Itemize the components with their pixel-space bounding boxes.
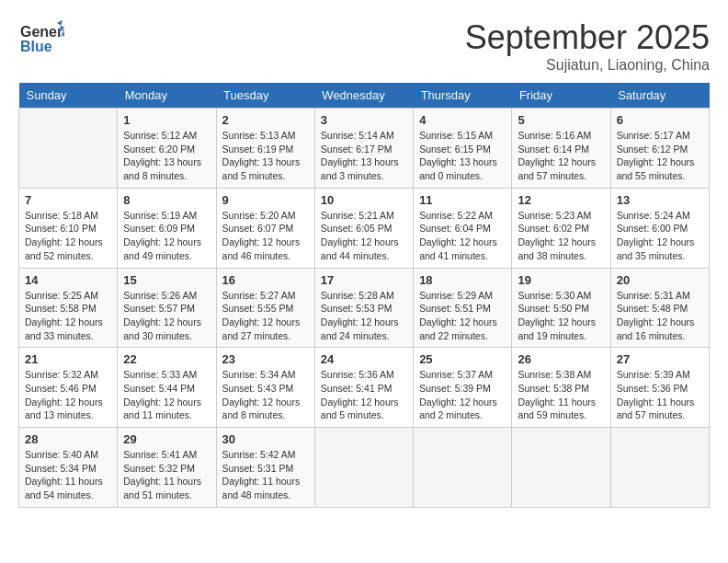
day-number: 19 bbox=[518, 273, 604, 287]
day-info: Sunrise: 5:26 AM Sunset: 5:57 PM Dayligh… bbox=[123, 289, 210, 343]
calendar-cell: 6Sunrise: 5:17 AM Sunset: 6:12 PM Daylig… bbox=[610, 109, 709, 189]
calendar-cell: 2Sunrise: 5:13 AM Sunset: 6:19 PM Daylig… bbox=[216, 109, 314, 189]
day-number: 16 bbox=[222, 273, 309, 287]
calendar-cell: 5Sunrise: 5:16 AM Sunset: 6:14 PM Daylig… bbox=[512, 109, 610, 189]
day-number: 22 bbox=[123, 352, 210, 366]
calendar-cell: 14Sunrise: 5:25 AM Sunset: 5:58 PM Dayli… bbox=[19, 268, 118, 348]
day-of-week-header: Wednesday bbox=[314, 83, 413, 109]
day-info: Sunrise: 5:40 AM Sunset: 5:34 PM Dayligh… bbox=[25, 448, 111, 502]
calendar-cell: 30Sunrise: 5:42 AM Sunset: 5:31 PM Dayli… bbox=[216, 428, 314, 508]
calendar-cell: 1Sunrise: 5:12 AM Sunset: 6:20 PM Daylig… bbox=[118, 109, 216, 189]
calendar-cell: 19Sunrise: 5:30 AM Sunset: 5:50 PM Dayli… bbox=[512, 268, 610, 348]
day-number: 15 bbox=[123, 273, 210, 287]
day-of-week-header: Sunday bbox=[19, 83, 118, 109]
day-number: 1 bbox=[123, 113, 210, 127]
day-number: 4 bbox=[419, 113, 506, 127]
calendar-cell: 29Sunrise: 5:41 AM Sunset: 5:32 PM Dayli… bbox=[118, 428, 216, 508]
day-number: 9 bbox=[222, 193, 309, 207]
calendar-cell: 16Sunrise: 5:27 AM Sunset: 5:55 PM Dayli… bbox=[216, 268, 314, 348]
day-info: Sunrise: 5:37 AM Sunset: 5:39 PM Dayligh… bbox=[419, 368, 506, 422]
calendar-cell bbox=[19, 109, 118, 189]
calendar-cell: 9Sunrise: 5:20 AM Sunset: 6:07 PM Daylig… bbox=[216, 188, 314, 268]
calendar-week-row: 7Sunrise: 5:18 AM Sunset: 6:10 PM Daylig… bbox=[19, 188, 710, 268]
day-number: 30 bbox=[222, 432, 309, 446]
calendar-week-row: 28Sunrise: 5:40 AM Sunset: 5:34 PM Dayli… bbox=[19, 428, 710, 508]
day-number: 6 bbox=[617, 113, 703, 127]
calendar-cell: 18Sunrise: 5:29 AM Sunset: 5:51 PM Dayli… bbox=[414, 268, 512, 348]
calendar-cell bbox=[512, 428, 610, 508]
day-info: Sunrise: 5:20 AM Sunset: 6:07 PM Dayligh… bbox=[222, 209, 309, 263]
page-header: General Blue September 2025 Sujiatun, Li… bbox=[18, 18, 710, 74]
day-info: Sunrise: 5:38 AM Sunset: 5:38 PM Dayligh… bbox=[518, 368, 604, 422]
day-number: 29 bbox=[123, 432, 210, 446]
calendar-header-row: SundayMondayTuesdayWednesdayThursdayFrid… bbox=[19, 83, 710, 109]
day-info: Sunrise: 5:33 AM Sunset: 5:44 PM Dayligh… bbox=[123, 368, 210, 422]
day-number: 10 bbox=[321, 193, 407, 207]
day-info: Sunrise: 5:23 AM Sunset: 6:02 PM Dayligh… bbox=[518, 209, 604, 263]
calendar-cell: 23Sunrise: 5:34 AM Sunset: 5:43 PM Dayli… bbox=[216, 348, 314, 428]
day-number: 21 bbox=[25, 352, 111, 366]
day-number: 3 bbox=[321, 113, 407, 127]
calendar-cell: 13Sunrise: 5:24 AM Sunset: 6:00 PM Dayli… bbox=[610, 188, 709, 268]
calendar-week-row: 21Sunrise: 5:32 AM Sunset: 5:46 PM Dayli… bbox=[19, 348, 710, 428]
month-title: September 2025 bbox=[465, 18, 710, 57]
calendar-body: 1Sunrise: 5:12 AM Sunset: 6:20 PM Daylig… bbox=[19, 109, 710, 508]
day-info: Sunrise: 5:42 AM Sunset: 5:31 PM Dayligh… bbox=[222, 448, 309, 502]
day-of-week-header: Tuesday bbox=[216, 83, 314, 109]
day-number: 13 bbox=[617, 193, 703, 207]
calendar-cell: 12Sunrise: 5:23 AM Sunset: 6:02 PM Dayli… bbox=[512, 188, 610, 268]
calendar-cell: 17Sunrise: 5:28 AM Sunset: 5:53 PM Dayli… bbox=[314, 268, 413, 348]
day-info: Sunrise: 5:21 AM Sunset: 6:05 PM Dayligh… bbox=[321, 209, 407, 263]
day-of-week-header: Friday bbox=[512, 83, 610, 109]
day-info: Sunrise: 5:41 AM Sunset: 5:32 PM Dayligh… bbox=[123, 448, 210, 502]
calendar-cell: 20Sunrise: 5:31 AM Sunset: 5:48 PM Dayli… bbox=[610, 268, 709, 348]
day-info: Sunrise: 5:29 AM Sunset: 5:51 PM Dayligh… bbox=[419, 289, 506, 343]
calendar-cell bbox=[610, 428, 709, 508]
day-number: 28 bbox=[25, 432, 111, 446]
day-number: 23 bbox=[222, 352, 309, 366]
day-info: Sunrise: 5:27 AM Sunset: 5:55 PM Dayligh… bbox=[222, 289, 309, 343]
day-info: Sunrise: 5:17 AM Sunset: 6:12 PM Dayligh… bbox=[617, 129, 703, 183]
day-info: Sunrise: 5:18 AM Sunset: 6:10 PM Dayligh… bbox=[25, 209, 111, 263]
calendar-cell: 10Sunrise: 5:21 AM Sunset: 6:05 PM Dayli… bbox=[314, 188, 413, 268]
day-info: Sunrise: 5:24 AM Sunset: 6:00 PM Dayligh… bbox=[617, 209, 703, 263]
calendar-cell: 15Sunrise: 5:26 AM Sunset: 5:57 PM Dayli… bbox=[118, 268, 216, 348]
svg-text:Blue: Blue bbox=[20, 39, 52, 54]
logo: General Blue bbox=[18, 18, 64, 63]
day-number: 17 bbox=[321, 273, 407, 287]
calendar-cell: 27Sunrise: 5:39 AM Sunset: 5:36 PM Dayli… bbox=[610, 348, 709, 428]
day-number: 2 bbox=[222, 113, 309, 127]
day-number: 25 bbox=[419, 352, 506, 366]
day-number: 24 bbox=[321, 352, 407, 366]
day-info: Sunrise: 5:15 AM Sunset: 6:15 PM Dayligh… bbox=[419, 129, 506, 183]
svg-text:General: General bbox=[20, 24, 64, 40]
calendar-cell: 22Sunrise: 5:33 AM Sunset: 5:44 PM Dayli… bbox=[118, 348, 216, 428]
calendar-cell: 25Sunrise: 5:37 AM Sunset: 5:39 PM Dayli… bbox=[414, 348, 512, 428]
day-info: Sunrise: 5:14 AM Sunset: 6:17 PM Dayligh… bbox=[321, 129, 407, 183]
day-number: 18 bbox=[419, 273, 506, 287]
calendar-cell: 11Sunrise: 5:22 AM Sunset: 6:04 PM Dayli… bbox=[414, 188, 512, 268]
logo-icon: General Blue bbox=[18, 18, 64, 60]
day-info: Sunrise: 5:22 AM Sunset: 6:04 PM Dayligh… bbox=[419, 209, 506, 263]
calendar-cell: 28Sunrise: 5:40 AM Sunset: 5:34 PM Dayli… bbox=[19, 428, 118, 508]
title-block: September 2025 Sujiatun, Liaoning, China bbox=[465, 18, 710, 74]
calendar-cell: 26Sunrise: 5:38 AM Sunset: 5:38 PM Dayli… bbox=[512, 348, 610, 428]
day-info: Sunrise: 5:19 AM Sunset: 6:09 PM Dayligh… bbox=[123, 209, 210, 263]
calendar-cell: 8Sunrise: 5:19 AM Sunset: 6:09 PM Daylig… bbox=[118, 188, 216, 268]
day-number: 26 bbox=[518, 352, 604, 366]
day-of-week-header: Monday bbox=[118, 83, 216, 109]
day-info: Sunrise: 5:13 AM Sunset: 6:19 PM Dayligh… bbox=[222, 129, 309, 183]
day-of-week-header: Thursday bbox=[414, 83, 512, 109]
calendar-cell: 21Sunrise: 5:32 AM Sunset: 5:46 PM Dayli… bbox=[19, 348, 118, 428]
day-info: Sunrise: 5:30 AM Sunset: 5:50 PM Dayligh… bbox=[518, 289, 604, 343]
day-number: 27 bbox=[617, 352, 703, 366]
location-subtitle: Sujiatun, Liaoning, China bbox=[465, 57, 710, 74]
day-number: 12 bbox=[518, 193, 604, 207]
day-of-week-header: Saturday bbox=[610, 83, 709, 109]
day-info: Sunrise: 5:16 AM Sunset: 6:14 PM Dayligh… bbox=[518, 129, 604, 183]
day-number: 5 bbox=[518, 113, 604, 127]
day-number: 11 bbox=[419, 193, 506, 207]
calendar-table: SundayMondayTuesdayWednesdayThursdayFrid… bbox=[18, 83, 710, 508]
calendar-cell bbox=[414, 428, 512, 508]
day-info: Sunrise: 5:34 AM Sunset: 5:43 PM Dayligh… bbox=[222, 368, 309, 422]
